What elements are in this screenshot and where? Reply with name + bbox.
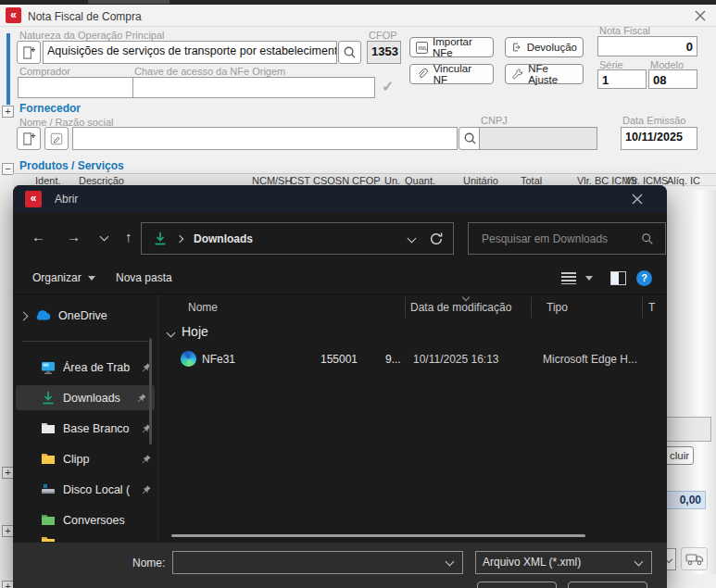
comprador-label: Comprador (19, 66, 70, 77)
expand-chevron-icon[interactable] (19, 311, 29, 320)
column-header-data[interactable]: Data de modificação (410, 301, 511, 314)
vincular-nf-button[interactable]: Vincular NF (409, 64, 494, 84)
cnpj-field (479, 127, 597, 150)
onedrive-cloud-icon (34, 310, 51, 321)
natureza-new-button[interactable] (17, 41, 41, 64)
organizar-label: Organizar (32, 271, 82, 284)
importar-nfe-button[interactable]: XML Importar NFe (409, 37, 494, 57)
recent-locations-chevron-icon[interactable] (100, 232, 109, 242)
natureza-search-button[interactable] (338, 41, 361, 64)
sidebar-divider (22, 341, 148, 342)
sidebar-item-partial[interactable] (41, 535, 152, 542)
filename-combobox[interactable] (172, 551, 463, 574)
sidebar-item-conversoes[interactable]: Conversoes (20, 507, 152, 532)
fornecedor-expander[interactable]: + (2, 106, 14, 118)
return-arrow-icon (511, 41, 522, 54)
sidebar-item-onedrive[interactable]: OneDrive (20, 304, 152, 328)
sidebar-item-label: Conversoes (63, 514, 125, 527)
sidebar-scrollbar[interactable] (149, 338, 152, 444)
search-box[interactable]: Pesquisar em Downloads (468, 222, 666, 255)
freight-button[interactable] (681, 547, 708, 570)
dialog-titlebar[interactable]: « Abrir (13, 185, 667, 213)
search-icon (641, 232, 654, 245)
new-document-icon (21, 131, 37, 146)
column-header-nome[interactable]: Nome (188, 301, 218, 314)
paperclip-icon (416, 68, 429, 81)
column-header-partial[interactable]: T (648, 301, 655, 314)
address-bar[interactable]: Downloads (141, 222, 454, 255)
folder-icon (41, 422, 56, 434)
data-emissao-label: Data Emissão (622, 115, 685, 126)
fornecedor-edit-button[interactable] (44, 127, 69, 150)
file-row[interactable]: NFe31 155001 9... 10/11/2025 16:13 Micro… (161, 348, 661, 372)
modelo-field[interactable]: 08 (648, 69, 697, 89)
file-name-extra2: 9... (385, 353, 401, 366)
file-list-horizontal-scrollbar[interactable] (171, 534, 585, 537)
column-header-tipo[interactable]: Tipo (546, 301, 568, 314)
chave-label: Chave de acesso da NFe Origem (134, 66, 285, 77)
view-mode-chevron-icon[interactable] (585, 276, 593, 281)
filetype-value: Arquivo XML (*.xml) (483, 556, 581, 569)
nfe-ajuste-button[interactable]: NFe Ajuste (505, 64, 584, 84)
nova-pasta-button[interactable]: Nova pasta (116, 271, 172, 284)
edit-pencil-icon (49, 131, 64, 146)
folder-icon (41, 514, 56, 526)
address-dropdown-chevron-icon[interactable] (408, 234, 417, 244)
column-separator[interactable] (642, 297, 643, 318)
sidebar-item-downloads[interactable]: Downloads (16, 385, 155, 410)
nome-razao-input[interactable] (72, 127, 458, 150)
dialog-close-icon[interactable] (632, 194, 643, 205)
nota-fiscal-label: Nota Fiscal (599, 25, 650, 36)
sidebar-item-base-branco[interactable]: Base Branco (20, 416, 152, 441)
cancel-button-partial[interactable] (568, 582, 647, 588)
search-placeholder: Pesquisar em Downloads (482, 232, 608, 245)
fornecedor-new-button[interactable] (17, 127, 41, 150)
sidebar-item-clipp[interactable]: Clipp (20, 446, 152, 471)
downloads-icon (41, 391, 56, 406)
sidebar-item-area-de-trabalho[interactable]: Área de Trab (20, 355, 152, 380)
app-logo-icon: « (6, 7, 21, 23)
breadcrumb-chevron-icon (176, 235, 183, 243)
help-button[interactable]: ? (636, 270, 652, 286)
pin-icon (136, 393, 147, 404)
wrench-icon (511, 68, 523, 81)
commandbar-divider (13, 294, 667, 294)
refresh-icon[interactable] (429, 231, 444, 246)
open-file-dialog: « Abrir ← → ↑ Downloads Pesquisar em Dow… (13, 185, 667, 588)
hard-drive-icon (41, 482, 56, 497)
filetype-combobox[interactable]: Arquivo XML (*.xml) (475, 551, 652, 574)
natureza-label: Natureza da Operação Principal (19, 30, 165, 41)
group-collapse-chevron-icon[interactable] (167, 329, 176, 338)
devolucao-button[interactable]: Devolução (505, 37, 584, 57)
column-separator[interactable] (531, 297, 532, 318)
sidebar-list-divider (157, 294, 158, 542)
view-mode-icon[interactable] (561, 272, 576, 284)
chave-input[interactable] (132, 77, 375, 98)
organizar-menu[interactable]: Organizar (32, 271, 95, 284)
background-window-tab (88, 0, 170, 4)
fornecedor-section-title[interactable]: Fornecedor (19, 102, 81, 115)
produtos-section-title[interactable]: Produtos / Serviços (19, 159, 124, 172)
cfop-field[interactable]: 1353 (367, 41, 401, 64)
forward-button[interactable]: → (67, 230, 81, 244)
preview-pane-icon[interactable] (610, 271, 626, 285)
search-icon (343, 45, 357, 59)
serie-field[interactable]: 1 (597, 69, 647, 89)
data-emissao-field[interactable]: 10/11/2025 (621, 127, 697, 150)
section-accent-bar (6, 33, 10, 105)
main-close-icon[interactable] (695, 10, 706, 21)
xml-document-icon: XML (416, 42, 428, 54)
main-titlebar[interactable]: « Nota Fiscal de Compra (0, 5, 716, 27)
col-aliq-icms[interactable]: Alíq. IC (667, 175, 700, 186)
natureza-input[interactable]: Aquisições de serviços de transporte por… (43, 41, 337, 64)
up-button[interactable]: ↑ (125, 230, 132, 244)
column-separator[interactable] (405, 297, 406, 318)
nota-fiscal-field[interactable]: 0 (597, 36, 697, 56)
group-header-hoje[interactable]: Hoje (182, 324, 208, 339)
back-button[interactable]: ← (31, 230, 45, 244)
open-button-partial[interactable] (477, 582, 557, 588)
sidebar-item-disco-local[interactable]: Disco Local ( (20, 477, 152, 502)
cfop-label: CFOP (369, 30, 397, 41)
desktop-icon (41, 360, 56, 375)
breadcrumb-location[interactable]: Downloads (194, 232, 253, 245)
